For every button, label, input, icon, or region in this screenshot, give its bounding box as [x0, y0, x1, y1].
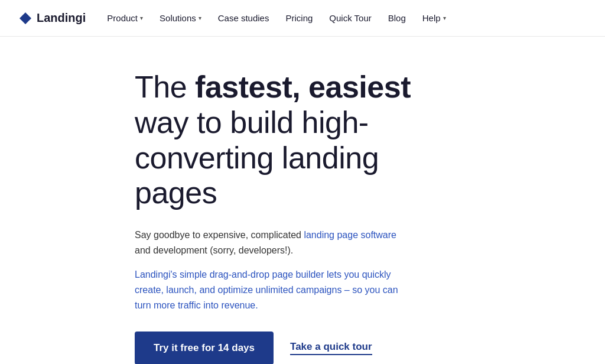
- nav-item-pricing[interactable]: Pricing: [278, 8, 320, 28]
- chevron-down-icon: ▾: [443, 15, 446, 21]
- logo-icon: [19, 12, 32, 25]
- hero-description-2: Landingi's simple drag-and-drop page bui…: [135, 267, 406, 313]
- svg-marker-0: [19, 12, 31, 24]
- landing-page-software-link[interactable]: landing page software: [304, 230, 396, 240]
- hero-heading-bold: fastest, easiest: [195, 70, 411, 104]
- nav-links: Product ▾ Solutions ▾ Case studies Prici…: [100, 8, 453, 28]
- nav-item-help[interactable]: Help ▾: [415, 8, 453, 28]
- brand-name: Landingi: [37, 11, 86, 25]
- nav-item-blog[interactable]: Blog: [381, 8, 413, 28]
- cta-row: Try it free for 14 days Take a quick tou…: [135, 332, 425, 364]
- navbar: Landingi Product ▾ Solutions ▾ Case stud…: [0, 0, 605, 37]
- chevron-down-icon: ▾: [140, 15, 143, 21]
- nav-item-quick-tour[interactable]: Quick Tour: [322, 8, 378, 28]
- hero-heading: The fastest, easiest way to build high-c…: [135, 70, 425, 211]
- quick-tour-link[interactable]: Take a quick tour: [290, 341, 372, 355]
- hero-desc-2-text: Landingi's simple drag-and-drop page bui…: [135, 269, 398, 310]
- chevron-down-icon: ▾: [199, 15, 201, 21]
- nav-item-product[interactable]: Product ▾: [100, 8, 150, 28]
- try-free-button[interactable]: Try it free for 14 days: [135, 332, 274, 364]
- hero-section: The fastest, easiest way to build high-c…: [0, 37, 425, 364]
- hero-description-1: Say goodbye to expensive, complicated la…: [135, 228, 406, 258]
- nav-item-case-studies[interactable]: Case studies: [211, 8, 277, 28]
- logo-link[interactable]: Landingi: [19, 11, 86, 25]
- nav-item-solutions[interactable]: Solutions ▾: [152, 8, 209, 28]
